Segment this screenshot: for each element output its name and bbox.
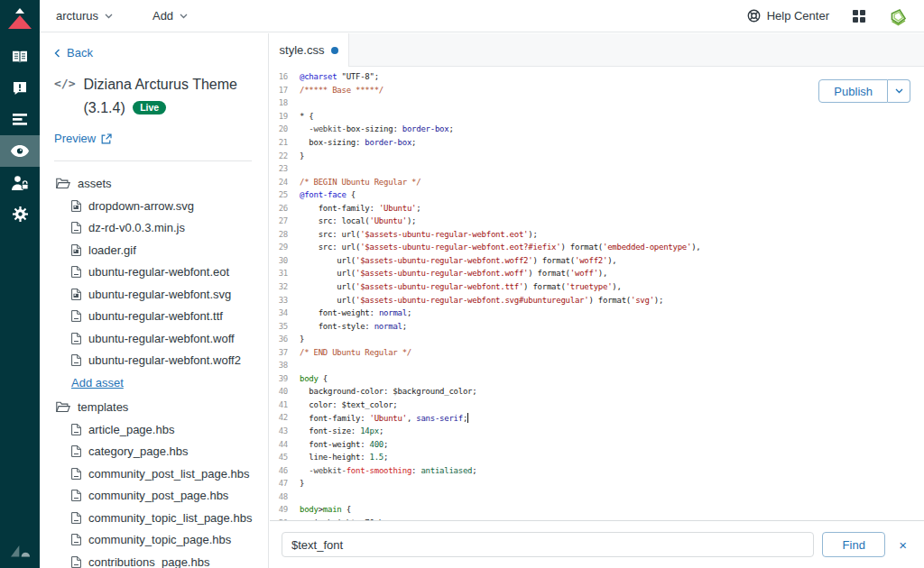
file-name: loader.gif	[88, 243, 136, 257]
tab-style-css[interactable]: style.css	[270, 33, 349, 67]
code-line[interactable]: 44 font-weight: 400;	[270, 437, 924, 451]
code-line[interactable]: 41 color: $text_color;	[270, 399, 924, 412]
nav-customize-design[interactable]	[0, 135, 40, 167]
diziana-logo[interactable]	[0, 0, 40, 40]
folder-assets[interactable]: assets	[56, 172, 252, 195]
code-line[interactable]: 32 url('$assets-ubuntu-regular-webfont.t…	[270, 280, 924, 294]
file-name: community_topic_list_page.hbs	[88, 511, 252, 525]
logo-peak-icon	[15, 8, 24, 14]
line-number: 47	[270, 479, 300, 488]
code-line[interactable]: 38	[270, 359, 924, 372]
code-line[interactable]: 31 url('$assets-ubuntu-regular-webfont.w…	[270, 267, 924, 280]
code-line[interactable]: 29 src: url('$assets-ubuntu-regular-webf…	[270, 241, 924, 254]
find-button[interactable]: Find	[822, 532, 885, 557]
nav-settings[interactable]	[0, 198, 40, 230]
code-line[interactable]: 24/* BEGIN Ubuntu Regular */	[270, 175, 924, 188]
code-line[interactable]: 46 -webkit-font-smoothing: antialiased;	[270, 463, 924, 477]
close-find-icon[interactable]: ×	[893, 537, 912, 553]
code-line[interactable]: 23	[270, 162, 924, 176]
file-name: ubuntu-regular-webfont.woff2	[88, 353, 241, 367]
code-line[interactable]: 26 font-family: 'Ubuntu';	[270, 201, 924, 215]
file-dz-rd-v0.0.3.min.js[interactable]: dz-rd-v0.0.3.min.js	[54, 217, 252, 240]
doc-icon	[71, 354, 81, 366]
file-name: category_page.hbs	[88, 444, 189, 458]
code-text: -webkit-font-smoothing: antialiased;	[300, 466, 476, 475]
code-line[interactable]: 20 -webkit-box-sizing: border-box;	[270, 123, 924, 136]
code-line[interactable]: 42 font-family: 'Ubuntu', sans-serif;	[270, 411, 924, 425]
back-link[interactable]: Back	[54, 46, 252, 60]
code-line[interactable]: 36}	[270, 333, 924, 346]
doc-icon	[71, 424, 81, 435]
code-line[interactable]: 49body>main {	[270, 503, 924, 517]
file-ubuntu-regular-webfont.ttf[interactable]: ubuntu-regular-webfont.ttf	[54, 306, 252, 328]
code-line[interactable]: 22}	[270, 149, 924, 162]
apps-grid-icon[interactable]	[853, 10, 865, 23]
file-community_topic_page.hbs[interactable]: community_topic_page.hbs	[54, 529, 252, 552]
code-line[interactable]: 40 background-color: $background_color;	[270, 385, 924, 399]
nav-user-permissions[interactable]	[0, 167, 40, 198]
code-viewport[interactable]: 16@charset "UTF-8";17/***** Base *****/1…	[270, 67, 924, 520]
nav-moderation[interactable]	[0, 72, 40, 104]
nav-arrange-content[interactable]	[0, 104, 40, 135]
code-line[interactable]: 37/* END Ubuntu Regular */	[270, 345, 924, 359]
code-line[interactable]: 28 src: url('$assets-ubuntu-regular-webf…	[270, 228, 924, 242]
code-line[interactable]: 35 font-style: normal;	[270, 319, 924, 333]
code-line[interactable]: 30 url('$assets-ubuntu-regular-webfont.w…	[270, 254, 924, 268]
arrange-icon	[13, 114, 27, 125]
code-line[interactable]: 43 font-size: 14px;	[270, 425, 924, 438]
help-center-link[interactable]: Help Center	[747, 9, 829, 23]
file-category_page.hbs[interactable]: category_page.hbs	[54, 441, 252, 463]
code-editor: style.css Publish 16@charset "UTF-8";17/…	[270, 33, 924, 568]
code-line[interactable]: 21 box-sizing: border-box;	[270, 136, 924, 150]
workspace-name: arcturus	[56, 9, 98, 23]
publish-dropdown-button[interactable]	[888, 79, 910, 103]
folder-name: assets	[78, 177, 112, 190]
file-community_topic_list_page.hbs[interactable]: community_topic_list_page.hbs	[54, 507, 252, 529]
line-number: 20	[270, 124, 300, 133]
line-number: 43	[270, 426, 300, 435]
preview-link[interactable]: Preview	[54, 132, 252, 145]
chevron-down-icon	[105, 14, 113, 19]
code-line[interactable]: 25@font-face {	[270, 188, 924, 202]
life-ring-icon	[747, 9, 761, 23]
code-line[interactable]: 45 line-height: 1.5;	[270, 451, 924, 464]
guide-product-icon[interactable]	[889, 6, 908, 26]
feedback-icon	[13, 81, 27, 96]
line-number: 24	[270, 178, 300, 187]
code-text: font-family: 'Ubuntu', sans-serif;	[300, 413, 468, 423]
nav-guide-content[interactable]	[0, 41, 40, 72]
add-menu[interactable]: Add	[152, 9, 188, 23]
code-line[interactable]: 48	[270, 490, 924, 504]
code-line[interactable]: 47}	[270, 477, 924, 490]
code-line[interactable]: 33 url('$assets-ubuntu-regular-webfont.s…	[270, 293, 924, 307]
file-ubuntu-regular-webfont.woff[interactable]: ubuntu-regular-webfont.woff	[54, 327, 252, 350]
file-community_post_page.hbs[interactable]: community_post_page.hbs	[54, 485, 252, 508]
file-community_post_list_page.hbs[interactable]: community_post_list_page.hbs	[54, 463, 252, 485]
file-ubuntu-regular-webfont.woff2[interactable]: ubuntu-regular-webfont.woff2	[54, 350, 252, 372]
file-dropdown-arrow.svg[interactable]: dropdown-arrow.svg	[54, 195, 252, 217]
add-label: Add	[152, 9, 173, 23]
code-line[interactable]: 27 src: local('Ubuntu');	[270, 215, 924, 228]
file-loader.gif[interactable]: loader.gif	[54, 239, 252, 261]
file-contributions_page.hbs[interactable]: contributions_page.hbs	[54, 551, 252, 568]
code-text: }	[300, 479, 304, 488]
file-ubuntu-regular-webfont.eot[interactable]: ubuntu-regular-webfont.eot	[54, 261, 252, 284]
folder-templates[interactable]: templates	[56, 396, 252, 418]
publish-button[interactable]: Publish	[818, 79, 888, 103]
logo-triangle-icon	[8, 15, 32, 29]
file-ubuntu-regular-webfont.svg[interactable]: ubuntu-regular-webfont.svg	[54, 283, 252, 306]
code-line[interactable]: 34 font-weight: normal;	[270, 307, 924, 320]
code-text: url('$assets-ubuntu-regular-webfont.svg#…	[300, 296, 663, 305]
line-number: 34	[270, 308, 300, 317]
code-text: url('$assets-ubuntu-regular-webfont.ttf'…	[300, 282, 622, 291]
add-asset-link[interactable]: Add asset	[71, 376, 124, 389]
find-input[interactable]	[282, 532, 814, 557]
file-article_page.hbs[interactable]: article_page.hbs	[54, 418, 252, 441]
workspace-selector[interactable]: arcturus	[56, 9, 113, 23]
line-number: 46	[270, 466, 300, 475]
code-line[interactable]: 39body {	[270, 372, 924, 386]
eye-icon	[11, 145, 29, 157]
line-number: 49	[270, 505, 300, 514]
code-line[interactable]: 19* {	[270, 110, 924, 124]
code-text: /* END Ubuntu Regular */	[300, 348, 411, 357]
